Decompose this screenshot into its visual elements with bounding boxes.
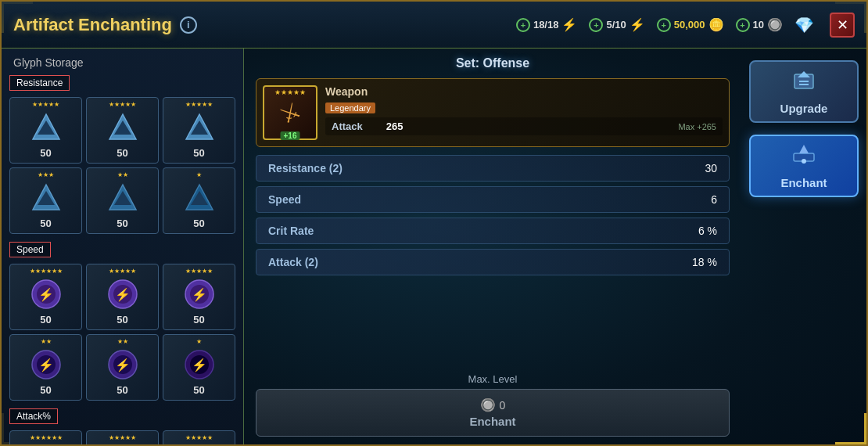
max-level-text: Max. Level <box>256 369 730 389</box>
center-panel: Set: Offense ★★★★★ ⚔ +16 Weapon Legendar… <box>244 49 741 444</box>
star-rating: ★★★★★ <box>32 102 59 108</box>
enchant-cost: 🔘 0 <box>264 397 721 412</box>
glyph-icon: ⚡ <box>105 347 140 382</box>
silver-icon: 🔘 <box>767 17 783 32</box>
star-rating: ★ <box>196 339 202 345</box>
artifact-card: ★★★★★ ⚔ +16 Weapon Legendary Attack 265 … <box>256 78 730 147</box>
glyph-icon: ⚡ <box>105 276 140 311</box>
right-panel: Upgrade Enchant <box>741 49 866 444</box>
star-rating: ★★★★★ <box>185 435 213 441</box>
stat-value-speed: 6 <box>711 193 717 206</box>
list-item[interactable]: ★ 50 <box>163 167 235 234</box>
set-title: Set: Offense <box>256 56 730 70</box>
attack-category-label[interactable]: Attack% <box>9 408 58 424</box>
artifact-stat-max: Max +265 <box>678 122 716 131</box>
glyph-count: 50 <box>117 314 127 326</box>
list-item[interactable]: ★★★ 50 <box>9 167 82 234</box>
star-rating: ★★★★★ <box>109 102 136 108</box>
speed-category-label[interactable]: Speed <box>9 242 51 257</box>
stat-value-attack: 18 % <box>692 256 717 268</box>
glyph-icon <box>105 110 140 145</box>
svg-text:⚡: ⚡ <box>192 287 207 302</box>
stat-row-attack: Attack (2) 18 % <box>256 249 730 275</box>
attack-glyph-grid: ★★★★★★ ⊕ 50 ★★★★★ <box>9 430 235 444</box>
stat-value-resistance: 30 <box>705 162 717 174</box>
list-item[interactable]: ★★ 50 <box>86 167 159 234</box>
energy-value: 5/10 <box>606 19 626 31</box>
list-item[interactable]: ★★★★★ ⚡ 50 <box>86 264 159 330</box>
svg-text:⚡: ⚡ <box>192 358 207 372</box>
upgrade-icon <box>791 68 816 98</box>
star-rating: ★★★★★ <box>109 268 136 275</box>
header-resources: + 18/18 ⚡ + 5/10 ⚡ + 50,000 🪙 + 10 🔘 💎 <box>516 16 814 34</box>
list-item[interactable]: ★★★★★ 50 <box>9 97 82 164</box>
list-item[interactable]: ★★★★★ 50 <box>86 97 159 164</box>
stat-row-critrate: Crit Rate 6 % <box>256 218 730 244</box>
stamina-value: 18/18 <box>533 19 559 31</box>
enchant-stats: Resistance (2) 30 Speed 6 Crit Rate 6 % … <box>256 155 730 361</box>
stat-row-speed: Speed 6 <box>256 186 730 213</box>
enchant-bottom-label: Enchant <box>264 415 721 428</box>
artifact-stars: ★★★★★ <box>264 88 316 96</box>
enchant-bottom-button[interactable]: 🔘 0 Enchant <box>256 389 730 437</box>
glyph-count: 50 <box>193 314 204 326</box>
glyph-count: 50 <box>193 384 204 396</box>
close-button[interactable]: ✕ <box>830 13 855 38</box>
coin-icon: 🪙 <box>708 17 724 32</box>
artifact-level-badge: +16 <box>281 131 300 140</box>
list-item[interactable]: ★ ⚡ 50 <box>163 334 235 401</box>
coin-icon-small: 🔘 <box>480 397 496 412</box>
list-item[interactable]: ★★ ⚡ 50 <box>86 334 159 401</box>
glyph-count: 50 <box>117 218 127 229</box>
svg-text:⚡: ⚡ <box>115 287 131 302</box>
glyph-icon: ⚡ <box>28 347 63 382</box>
svg-text:⚡: ⚡ <box>38 287 54 302</box>
speed-glyph-grid: ★★★★★★ ⚡ 50 ★★★★★ <box>9 264 235 401</box>
list-item[interactable]: ★★★★★ ⊕ 50 <box>86 430 159 444</box>
enchant-icon <box>791 142 816 172</box>
glyph-count: 50 <box>40 147 51 159</box>
glyph-icon: ⊕ <box>181 443 217 444</box>
glyph-icon <box>181 110 217 145</box>
stat-name-speed: Speed <box>268 193 301 206</box>
add-crystals-button[interactable]: + <box>736 18 750 32</box>
list-item[interactable]: ★★ ⚡ 50 <box>9 334 82 401</box>
page-title: Artifact Enchanting <box>13 15 172 35</box>
artifact-image: ★★★★★ ⚔ +16 <box>263 85 317 140</box>
resource-gem: 💎 <box>794 16 814 34</box>
crystals-value: 10 <box>753 19 764 31</box>
glyph-icon <box>28 110 63 145</box>
stat-name-resistance: Resistance (2) <box>268 162 343 174</box>
list-item[interactable]: ★★★★★★ ⊕ 50 <box>9 430 82 444</box>
glyph-icon <box>28 180 63 215</box>
list-item[interactable]: ★★★★★★ ⚡ 50 <box>9 264 82 330</box>
gem-icon: 💎 <box>794 16 814 34</box>
add-stamina-button[interactable]: + <box>516 18 530 32</box>
resistance-glyph-grid: ★★★★★ 50 ★★★★★ <box>9 97 235 234</box>
enchant-button[interactable]: Enchant <box>749 135 859 197</box>
resistance-category-label[interactable]: Resistance <box>9 75 70 91</box>
enchant-cost-value: 0 <box>500 399 506 412</box>
upgrade-button[interactable]: Upgrade <box>749 60 859 123</box>
lightning-icon: ⚡ <box>561 17 577 32</box>
list-item[interactable]: ★★★★★ ⊕ 50 <box>163 430 235 444</box>
energy-icon: ⚡ <box>629 17 645 32</box>
info-icon[interactable]: i <box>180 16 197 34</box>
add-energy-button[interactable]: + <box>589 18 603 32</box>
star-rating: ★ <box>196 172 202 178</box>
artifact-rarity: Legendary <box>325 103 375 113</box>
stat-value-critrate: 6 % <box>698 225 717 237</box>
glyph-icon: ⊕ <box>28 443 63 444</box>
resource-stamina: + 18/18 ⚡ <box>516 17 578 32</box>
weapon-icon: ⚔ <box>275 96 305 128</box>
stat-row-resistance: Resistance (2) 30 <box>256 155 730 182</box>
glyph-count: 50 <box>193 147 204 159</box>
add-gold-button[interactable]: + <box>657 18 671 32</box>
star-rating: ★★★★★★ <box>30 268 63 275</box>
svg-text:⚡: ⚡ <box>38 358 54 372</box>
list-item[interactable]: ★★★★★ 50 <box>163 97 235 164</box>
list-item[interactable]: ★★★★★ ⚡ 50 <box>163 264 235 330</box>
star-rating: ★★ <box>117 339 128 345</box>
artifact-stat-row: Attack 265 Max +265 <box>325 117 723 135</box>
glyph-count: 50 <box>117 384 127 396</box>
